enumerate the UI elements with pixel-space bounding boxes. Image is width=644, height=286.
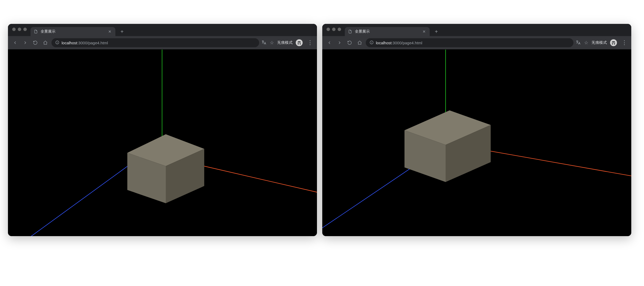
browser-toolbar: localhost:3000/page4.html ☆ 无痕模式 ⋮ [322, 36, 631, 49]
new-tab-button[interactable]: + [432, 28, 440, 36]
traffic-min-icon[interactable] [332, 28, 336, 31]
browser-window-b: 全景展示 ✕ + localhost:3 [322, 24, 631, 236]
incognito-icon [297, 40, 302, 45]
url-text: localhost:3000/page4.html [376, 41, 422, 45]
tab-title: 全景展示 [355, 29, 419, 34]
close-icon: ✕ [423, 29, 426, 34]
reload-icon [347, 40, 352, 45]
url-bar[interactable]: localhost:3000/page4.html [366, 38, 573, 47]
reload-button[interactable] [346, 39, 354, 47]
toolbar-right: ☆ 无痕模式 ⋮ [261, 39, 314, 47]
browser-toolbar: localhost:3000/page4.html ☆ 无痕模式 ⋮ [8, 36, 317, 49]
window-traffic-lights [325, 24, 342, 36]
threejs-scene[interactable] [8, 49, 317, 236]
page-content[interactable] [322, 49, 631, 236]
kebab-icon: ⋮ [307, 42, 312, 44]
arrow-left-icon [13, 40, 18, 45]
back-button[interactable] [325, 39, 333, 47]
url-path: :3000/page4.html [77, 41, 108, 45]
toolbar-right: ☆ 无痕模式 ⋮ [576, 39, 628, 47]
close-tab-button[interactable]: ✕ [107, 29, 112, 34]
bookmark-button[interactable]: ☆ [270, 40, 274, 46]
arrow-right-icon [23, 40, 28, 45]
axis-x [194, 163, 317, 202]
home-button[interactable] [41, 39, 49, 47]
traffic-close-icon[interactable] [327, 28, 330, 31]
site-info-icon[interactable] [55, 40, 59, 45]
translate-icon[interactable] [576, 40, 581, 46]
back-button[interactable] [11, 39, 19, 47]
tab-title: 全景展示 [41, 29, 105, 34]
tab-strip: 全景展示 ✕ + [322, 24, 631, 36]
star-icon: ☆ [270, 40, 274, 45]
kebab-icon: ⋮ [621, 42, 627, 44]
traffic-close-icon[interactable] [12, 28, 16, 31]
url-host: localhost [376, 41, 391, 45]
star-icon: ☆ [584, 40, 588, 45]
arrow-right-icon [337, 40, 342, 45]
url-path: :3000/page4.html [391, 41, 422, 45]
traffic-max-icon[interactable] [338, 28, 341, 31]
reload-icon [33, 40, 38, 45]
traffic-min-icon[interactable] [18, 28, 21, 31]
threejs-scene[interactable] [322, 49, 631, 236]
window-traffic-lights [11, 24, 28, 36]
browser-tab[interactable]: 全景展示 ✕ [31, 27, 115, 36]
traffic-max-icon[interactable] [23, 28, 27, 31]
page-content[interactable] [8, 49, 317, 236]
home-icon [357, 40, 362, 45]
home-icon [43, 40, 48, 45]
incognito-label: 无痕模式 [591, 40, 607, 45]
incognito-badge[interactable] [610, 39, 617, 46]
browser-tab[interactable]: 全景展示 ✕ [345, 27, 430, 36]
close-icon: ✕ [108, 29, 111, 34]
url-text: localhost:3000/page4.html [62, 41, 108, 45]
bookmark-button[interactable]: ☆ [584, 40, 588, 46]
translate-icon[interactable] [261, 40, 267, 46]
file-icon [34, 29, 38, 34]
new-tab-button[interactable]: + [118, 28, 126, 36]
plus-icon: + [435, 29, 438, 34]
cuboid [390, 110, 491, 182]
menu-button[interactable]: ⋮ [306, 39, 314, 47]
tab-strip: 全景展示 ✕ + [8, 24, 317, 36]
incognito-icon [611, 40, 616, 45]
url-host: localhost [62, 41, 77, 45]
forward-button[interactable] [21, 39, 29, 47]
site-info-icon[interactable] [369, 40, 374, 45]
file-icon [348, 29, 352, 34]
forward-button[interactable] [336, 39, 343, 47]
url-bar[interactable]: localhost:3000/page4.html [51, 38, 259, 47]
browser-window-a: 全景展示 ✕ + localhost:3 [8, 24, 317, 236]
reload-button[interactable] [31, 39, 39, 47]
arrow-left-icon [327, 40, 332, 45]
cuboid [114, 134, 204, 203]
home-button[interactable] [356, 39, 364, 47]
axis-x [487, 150, 631, 186]
plus-icon: + [120, 29, 124, 34]
incognito-label: 无痕模式 [277, 40, 293, 45]
incognito-badge[interactable] [296, 39, 303, 46]
close-tab-button[interactable]: ✕ [422, 29, 427, 34]
menu-button[interactable]: ⋮ [620, 39, 628, 47]
